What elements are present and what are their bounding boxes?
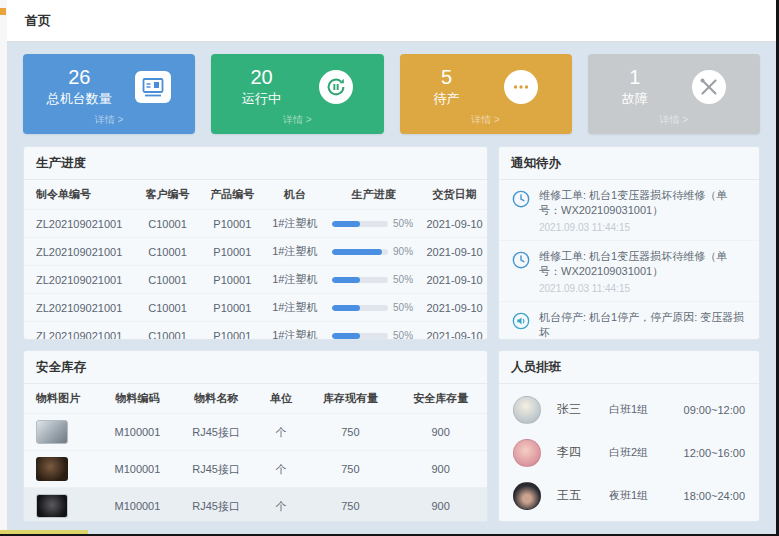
stat-card-running[interactable]: 20 运行中 详情 > [211, 54, 383, 134]
progress-bar: 90% [328, 246, 419, 257]
column-header: 产品编号 [200, 180, 265, 210]
stat-card-total-machines[interactable]: 26 总机台数量 详情 > [23, 54, 195, 134]
table-header-row: 物料图片 物料编码 物料名称 单位 库存现有量 安全库存量 [24, 384, 487, 414]
table-row: ZL202109021001 C10001 P10001 1#注塑机 50% [24, 210, 487, 238]
cell-delivery-date: 2021-09-10 [422, 238, 487, 266]
card-detail-link[interactable]: 详情 > [223, 110, 371, 128]
progress-track [332, 333, 388, 339]
card-info: 20 运行中 [242, 66, 281, 108]
progress-fill [332, 333, 360, 339]
notification-list: 维修工单: 机台1变压器损坏待维修（单号：WX202109031001） 202… [499, 180, 759, 339]
cell-safety-qty: 900 [394, 488, 487, 523]
card-info: 1 故障 [622, 66, 648, 108]
cell-material-code: M100001 [98, 451, 177, 488]
shift-label: 白班2组 [609, 445, 681, 460]
cell-material-name: RJ45接口 [177, 488, 256, 523]
panel-title: 生产进度 [24, 147, 487, 180]
inventory-table: 物料图片 物料编码 物料名称 单位 库存现有量 安全库存量 M [24, 384, 487, 522]
cell-machine: 1#注塑机 [265, 210, 325, 238]
column-header: 物料图片 [24, 384, 98, 414]
cell-progress: 50% [325, 322, 422, 341]
card-detail-link[interactable]: 详情 > [600, 110, 748, 128]
progress-fill [332, 249, 382, 255]
progress-bar: 50% [328, 302, 419, 313]
notification-item[interactable]: 维修工单: 机台1变压器损坏待维修（单号：WX202109031001） 202… [499, 241, 759, 302]
cell-progress: 50% [325, 266, 422, 294]
panel-title: 安全库存 [24, 351, 487, 384]
column-header: 机台 [265, 180, 325, 210]
cell-order-no: ZL202109021001 [24, 266, 135, 294]
progress-fill [332, 305, 360, 311]
notification-text: 维修工单: 机台1变压器损坏待维修（单号：WX202109031001） [539, 249, 749, 280]
cell-current-qty: 750 [306, 451, 394, 488]
shift-time: 18:00~24:00 [684, 490, 745, 502]
progress-fill [332, 277, 360, 283]
column-header: 交货日期 [422, 180, 487, 210]
stat-value: 26 [47, 66, 112, 88]
cell-progress: 50% [325, 210, 422, 238]
panel-production-progress: 生产进度 制令单编号 客户编号 产品编号 机台 生产进度 交货日期 [23, 146, 488, 340]
table-row: M100001 RJ45接口 个 750 900 [24, 414, 487, 451]
panel-safety-stock: 安全库存 物料图片 物料编码 物料名称 单位 库存现有量 安全库存量 [23, 350, 488, 522]
cell-material-image [24, 488, 98, 523]
avatar [513, 396, 541, 424]
cell-safety-qty: 900 [394, 414, 487, 451]
card-detail-link[interactable]: 详情 > [35, 110, 183, 128]
tab-home[interactable]: 首页 [25, 12, 51, 30]
table-row: ZL202109021001 C10001 P10001 1#注塑机 50% [24, 322, 487, 341]
card-detail-link[interactable]: 详情 > [412, 110, 560, 128]
cell-machine: 1#注塑机 [265, 322, 325, 341]
panel-notifications: 通知待办 维修工单: 机台1变压器损坏待维修（单号：WX202109031001… [498, 146, 760, 340]
table-row: ZL202109021001 C10001 P10001 1#注塑机 50% [24, 294, 487, 322]
stat-label: 总机台数量 [47, 90, 112, 108]
column-header: 安全库存量 [394, 384, 487, 414]
stat-value: 20 [242, 66, 281, 88]
column-header: 物料名称 [177, 384, 256, 414]
fault-tools-icon [692, 70, 726, 104]
panel-staff-schedule: 人员排班 张三 白班1组 09:00~12:00 李四 白班2组 1 [498, 350, 760, 522]
notification-item[interactable]: 机台停产: 机台1停产，停产原因: 变压器损坏 [499, 302, 759, 339]
stat-card-fault[interactable]: 1 故障 详情 > [588, 54, 760, 134]
cell-order-no: ZL202109021001 [24, 322, 135, 341]
cell-progress: 50% [325, 294, 422, 322]
production-table: 制令单编号 客户编号 产品编号 机台 生产进度 交货日期 ZL202109021… [24, 180, 487, 340]
card-info: 5 待产 [434, 66, 460, 108]
cell-customer-no: C10001 [135, 238, 200, 266]
schedule-list: 张三 白班1组 09:00~12:00 李四 白班2组 12:00~16:00 [499, 384, 759, 521]
person-name: 李四 [557, 444, 609, 461]
stat-value: 5 [434, 66, 460, 88]
progress-label: 90% [393, 246, 415, 257]
stat-value: 1 [622, 66, 648, 88]
stat-cards-row: 26 总机台数量 详情 > 20 运行中 [23, 54, 760, 134]
notification-body: 维修工单: 机台1变压器损坏待维修（单号：WX202109031001） 202… [539, 249, 749, 294]
cell-material-code: M100001 [98, 414, 177, 451]
shift-label: 白班1组 [609, 402, 681, 417]
progress-track [332, 305, 388, 311]
cell-order-no: ZL202109021001 [24, 210, 135, 238]
notification-item[interactable]: 维修工单: 机台1变压器损坏待维修（单号：WX202109031001） 202… [499, 180, 759, 241]
table-header-row: 制令单编号 客户编号 产品编号 机台 生产进度 交货日期 [24, 180, 487, 210]
progress-label: 50% [393, 330, 415, 340]
standby-ellipsis-icon [504, 70, 538, 104]
column-header: 生产进度 [325, 180, 422, 210]
avatar [513, 439, 541, 467]
running-icon [319, 70, 353, 104]
stat-card-standby[interactable]: 5 待产 详情 > [400, 54, 572, 134]
progress-track [332, 249, 388, 255]
schedule-row: 张三 白班1组 09:00~12:00 [499, 396, 759, 424]
cell-machine: 1#注塑机 [265, 238, 325, 266]
cell-customer-no: C10001 [135, 322, 200, 341]
cell-unit: 个 [255, 414, 306, 451]
round-connector-photo [36, 457, 68, 481]
table-row: M100001 RJ45接口 个 750 900 [24, 488, 487, 523]
cell-customer-no: C10001 [135, 210, 200, 238]
cell-current-qty: 750 [306, 414, 394, 451]
card-info: 26 总机台数量 [47, 66, 112, 108]
schedule-row: 王五 夜班1组 18:00~24:00 [499, 482, 759, 510]
panel-title: 通知待办 [499, 147, 759, 180]
cell-progress: 90% [325, 238, 422, 266]
clock-icon [511, 250, 531, 270]
cell-material-name: RJ45接口 [177, 414, 256, 451]
shift-time: 12:00~16:00 [684, 447, 745, 459]
progress-label: 50% [393, 302, 415, 313]
